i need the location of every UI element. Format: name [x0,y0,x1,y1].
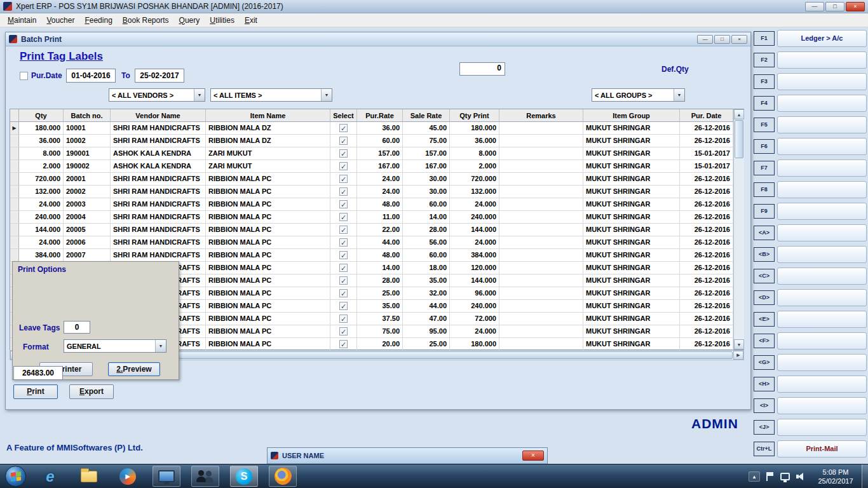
sidebar-button-f4[interactable] [777,95,867,112]
table-row[interactable]: 384.00020007SHRI RAM HANDICRAFTSRIBBION … [10,249,733,262]
header-cell-qty[interactable]: Qty [19,109,64,121]
sidebar-key-c[interactable]: <C> [754,269,775,283]
table-row[interactable]: 36.00010002SHRI RAM HANDICRAFTSRIBBION M… [10,135,733,147]
header-cell-item-name[interactable]: Item Name [206,109,330,121]
show-desktop-button[interactable] [862,464,868,488]
sidebar-key-f1[interactable]: F1 [754,31,775,46]
sidebar-key-f6[interactable]: F6 [754,139,775,154]
sidebar-button-j[interactable] [777,419,867,436]
menu-item-maintain[interactable]: Maintain [3,14,41,27]
taskbar-media-player-button[interactable]: ▶ [114,466,142,487]
user-name-title-bar[interactable]: USER NAME × [268,448,547,464]
app-minimize-button[interactable]: — [805,2,824,11]
groups-dropdown[interactable]: < ALL GROUPS > ▼ [592,88,685,102]
header-cell-vendor-name[interactable]: Vendor Name [111,109,206,121]
sidebar-key-a[interactable]: <A> [754,226,775,240]
select-checkbox[interactable]: ✓ [339,149,348,158]
select-checkbox[interactable]: ✓ [339,327,348,336]
table-row[interactable]: 2.000190002ASHOK KALA KENDRAZARI MUKUT✓1… [10,160,733,173]
app-restore-button[interactable]: □ [825,2,844,11]
menu-item-feeding[interactable]: Feeding [79,14,117,27]
sidebar-button-f8[interactable] [777,181,867,198]
table-row[interactable]: 24.00020006SHRI RAM HANDICRAFTSRIBBION M… [10,236,733,249]
sidebar-button-f9[interactable] [777,203,867,220]
volume-icon[interactable] [796,472,806,480]
table-row[interactable]: 240.00020004SHRI RAM HANDICRAFTSRIBBION … [10,211,733,224]
select-checkbox[interactable]: ✓ [339,289,348,297]
batch-close-button[interactable]: × [731,35,747,44]
select-checkbox[interactable]: ✓ [339,340,348,348]
header-cell-pur-rate[interactable]: Pur.Rate [357,109,403,121]
sidebar-button-e[interactable] [777,311,867,328]
date-to-input[interactable]: 25-02-2017 [135,69,184,83]
sidebar-key-f[interactable]: <F> [754,334,775,348]
start-button[interactable] [5,466,26,487]
select-checkbox[interactable]: ✓ [339,175,348,183]
sidebar-key-f9[interactable]: F9 [754,204,775,219]
sidebar-button-d[interactable] [777,289,867,306]
sidebar-button-print-mail[interactable]: Print-Mail [777,440,867,458]
sidebar-button-a[interactable] [777,224,867,241]
taskbar-skype-button[interactable]: S [230,466,258,487]
select-checkbox[interactable]: ✓ [339,251,348,259]
taskbar-firefox-button[interactable] [269,466,297,487]
table-row[interactable]: 8.000190001ASHOK KALA KENDRAZARI MUKUT✓1… [10,147,733,160]
vendors-dropdown[interactable]: < ALL VENDORS > ▼ [109,88,205,102]
vertical-scroll-thumb[interactable] [735,120,743,158]
select-checkbox[interactable]: ✓ [339,264,348,272]
menu-item-book-reports[interactable]: Book Reports [118,14,174,27]
header-cell-pur-date[interactable]: Pur. Date [680,109,733,121]
sidebar-key-h[interactable]: <H> [754,377,775,391]
sidebar-button-f7[interactable] [777,159,867,177]
sidebar-button-h[interactable] [777,376,867,393]
preview-button[interactable]: 2.Preview [108,362,160,376]
batch-window-title-bar[interactable]: Batch Print — □ × [6,32,750,46]
header-cell-batch-no[interactable]: Batch no. [64,109,111,121]
print-button[interactable]: Print [13,384,58,399]
header-cell-select[interactable]: Select [330,109,357,121]
select-checkbox[interactable]: ✓ [339,200,348,208]
sidebar-key-f7[interactable]: F7 [754,161,775,175]
export-button[interactable]: Export [69,384,114,399]
pur-date-checkbox[interactable] [20,72,28,80]
sidebar-key-i[interactable]: <I> [754,398,775,413]
sidebar-button-f6[interactable] [777,138,867,155]
header-cell-item-group[interactable]: Item Group [583,109,680,121]
items-dropdown[interactable]: < ALL ITEMS > ▼ [210,88,332,102]
format-dropdown[interactable]: GENERAL ▼ [64,339,166,353]
chevron-down-icon[interactable]: ▼ [155,340,166,352]
select-checkbox[interactable]: ✓ [339,226,348,234]
display-icon[interactable] [780,473,790,480]
date-from-input[interactable]: 01-04-2016 [66,69,116,83]
menu-item-utilities[interactable]: Utilities [205,14,240,27]
sidebar-button-i[interactable] [777,397,867,414]
sidebar-button-f2[interactable] [777,51,867,69]
select-checkbox[interactable]: ✓ [339,124,348,132]
select-checkbox[interactable]: ✓ [339,276,348,285]
sidebar-button-ledger-a-c[interactable]: Ledger > A/c [777,30,867,47]
chevron-down-icon[interactable]: ▼ [674,89,684,101]
sidebar-key-f8[interactable]: F8 [754,182,775,197]
sidebar-key-b[interactable]: <B> [754,247,775,262]
sidebar-key-f2[interactable]: F2 [754,53,775,67]
sidebar-key-f4[interactable]: F4 [754,96,775,111]
sidebar-key-f5[interactable]: F5 [754,118,775,132]
menu-item-query[interactable]: Query [174,14,205,27]
sidebar-key-e[interactable]: <E> [754,312,775,327]
select-checkbox[interactable]: ✓ [339,302,348,310]
header-cell-qty-print[interactable]: Qty Print [450,109,499,121]
batch-restore-button[interactable]: □ [714,35,730,44]
chevron-down-icon[interactable]: ▼ [194,89,205,101]
app-close-button[interactable]: × [846,2,865,11]
table-row[interactable]: 144.00020005SHRI RAM HANDICRAFTSRIBBION … [10,224,733,236]
select-checkbox[interactable]: ✓ [339,315,348,323]
sidebar-key-d[interactable]: <D> [754,290,775,305]
table-row[interactable]: 132.00020002SHRI RAM HANDICRAFTSRIBBION … [10,186,733,198]
scroll-up-icon[interactable]: ▲ [734,109,744,119]
header-cell-remarks[interactable]: Remarks [499,109,583,121]
select-checkbox[interactable]: ✓ [339,162,348,170]
sidebar-key-g[interactable]: <G> [754,355,775,370]
sidebar-button-f3[interactable] [777,73,867,90]
sidebar-button-b[interactable] [777,246,867,263]
table-row[interactable]: ▶180.00010001SHRI RAM HANDICRAFTSRIBBION… [10,122,733,135]
